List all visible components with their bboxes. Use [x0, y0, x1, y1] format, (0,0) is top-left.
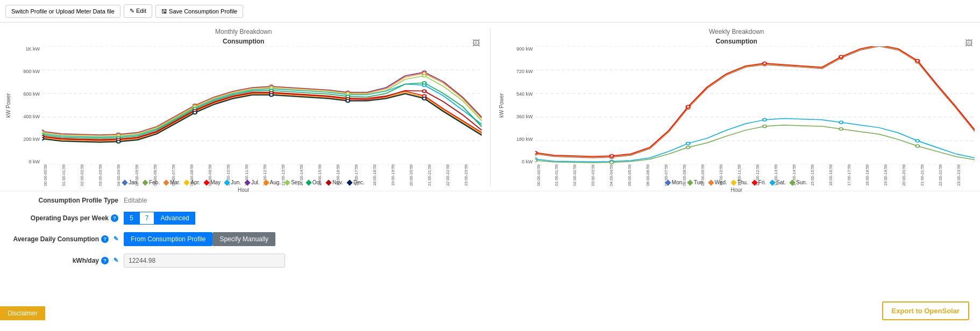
edit-button[interactable]: ✎ Edit [124, 4, 152, 18]
x-axis-hour-label: 02:00-02:59 [80, 164, 98, 186]
x-axis-hour-label: 02:00-02:59 [572, 164, 591, 186]
x-axis-hour-label: 01:00-01:59 [554, 164, 572, 186]
svg-point-65 [422, 82, 426, 84]
kwh-day-label: kWh/day ? ✎ [11, 257, 118, 264]
weekly-chart-section: Weekly Breakdown Consumption 🖼 kW Power … [499, 28, 975, 185]
x-axis-hour-label: 21:00-21:59 [427, 164, 445, 186]
toolbar: Switch Profile or Upload Meter Data file… [0, 0, 980, 23]
x-axis-hour-label: 22:00-22:59 [445, 164, 464, 186]
x-axis-hour-label: 04:00-04:59 [609, 164, 627, 186]
avg-daily-edit-icon[interactable]: ✎ [111, 235, 118, 243]
operating-days-5-button[interactable]: 5 [124, 212, 139, 225]
chart-divider [490, 28, 491, 185]
x-axis-hour-label: 20:00-20:59 [409, 164, 427, 186]
monthly-y-ticks: 1K kW 800 kW 600 kW 400 kW 200 kW 0 kW [16, 46, 42, 164]
main-content: Monthly Breakdown Consumption 🖼 kW Power… [0, 23, 980, 191]
x-axis-hour-label: 16:00-16:59 [828, 164, 847, 186]
svg-point-72 [42, 138, 44, 140]
svg-point-71 [422, 90, 426, 92]
svg-point-59 [422, 75, 426, 77]
weekly-chart-container: Consumption 🖼 kW Power 900 kW 720 kW 540… [499, 38, 975, 177]
kwh-edit-icon[interactable]: ✎ [111, 257, 118, 264]
x-axis-hour-label: 18:00-18:59 [865, 164, 883, 186]
avg-daily-label: Average Daily Consumption ? ✎ [11, 235, 118, 243]
x-axis-hour-label: 19:00-19:59 [883, 164, 901, 186]
svg-point-124 [839, 128, 843, 131]
svg-point-118 [839, 121, 843, 124]
svg-point-109 [609, 155, 613, 157]
svg-point-73 [117, 140, 120, 143]
save-consumption-button[interactable]: 🖫 Save Consumption Profile [155, 5, 243, 18]
svg-point-111 [762, 62, 766, 64]
kwh-input[interactable] [124, 254, 285, 268]
svg-point-121 [609, 161, 613, 164]
svg-point-120 [535, 159, 537, 162]
svg-point-112 [839, 55, 843, 58]
x-axis-hour-label: 23:00-23:59 [956, 164, 975, 186]
x-axis-hour-label: 00:00-00:59 [536, 164, 555, 186]
weekly-section-title: Weekly Breakdown [499, 28, 975, 35]
monthly-chart-container: Consumption 🖼 kW Power 1K kW 800 kW 600 … [5, 38, 482, 177]
monthly-y-axis-label: kW Power [5, 46, 16, 164]
x-axis-hour-label: 20:00-20:59 [901, 164, 920, 186]
x-axis-hour-label: 15:00-15:59 [810, 164, 828, 186]
weekly-y-ticks: 900 kW 720 kW 540 kW 360 kW 180 kW 0 kW [509, 46, 535, 164]
x-axis-hour-label: 17:00-17:59 [354, 164, 372, 186]
svg-point-113 [915, 59, 919, 62]
x-axis-hour-label: 03:00-03:59 [98, 164, 116, 186]
x-axis-hour-label: 21:00-21:59 [920, 164, 938, 186]
weekly-x-label: Hour [499, 187, 975, 193]
monthly-chart-area [42, 46, 482, 164]
svg-point-75 [269, 93, 273, 96]
x-axis-hour-label: 17:00-17:59 [847, 164, 865, 186]
svg-point-76 [346, 99, 350, 102]
x-axis-hour-label: 06:00-06:59 [645, 164, 664, 186]
kwh-help-icon[interactable]: ? [101, 257, 109, 264]
operating-days-label: Operating Days per Week ? [11, 214, 118, 222]
svg-point-108 [535, 152, 537, 154]
avg-daily-help-icon[interactable]: ? [101, 235, 109, 243]
from-consumption-profile-button[interactable]: From Consumption Profile [124, 232, 212, 246]
x-axis-hour-label: 19:00-19:59 [390, 164, 409, 186]
svg-point-125 [915, 145, 919, 147]
x-axis-hour-label: 05:00-05:59 [627, 164, 645, 186]
svg-point-74 [193, 111, 197, 114]
specify-manually-button[interactable]: Specify Manually [212, 232, 275, 246]
avg-daily-toggle: From Consumption Profile Specify Manuall… [124, 232, 275, 246]
monthly-x-label: Hour [5, 187, 482, 193]
svg-point-110 [686, 105, 690, 108]
svg-point-119 [915, 140, 919, 142]
x-axis-hour-label: 22:00-22:59 [938, 164, 956, 186]
monthly-chart-section: Monthly Breakdown Consumption 🖼 kW Power… [5, 28, 482, 185]
svg-point-123 [762, 125, 766, 128]
x-axis-hour-label: 18:00-18:59 [372, 164, 390, 186]
x-axis-hour-label: 09:00-09:59 [208, 164, 226, 186]
bottom-form: Consumption Profile Type Editable Operat… [0, 191, 980, 280]
operating-days-help-icon[interactable]: ? [111, 214, 118, 222]
operating-days-7-button[interactable]: 7 [139, 212, 155, 225]
svg-point-116 [686, 142, 690, 145]
monthly-section-title: Monthly Breakdown [5, 28, 482, 35]
operating-days-advanced-button[interactable]: Advanced [154, 212, 195, 225]
weekly-chart-area [535, 46, 975, 164]
switch-profile-button[interactable]: Switch Profile or Upload Meter Data file [5, 5, 120, 18]
profile-type-label: Consumption Profile Type [11, 197, 118, 204]
profile-type-value: Editable [124, 197, 147, 204]
svg-point-77 [422, 97, 426, 100]
x-axis-hour-label: 00:00-00:59 [43, 164, 61, 186]
weekly-y-axis-label: kW Power [499, 46, 509, 164]
svg-point-122 [686, 146, 690, 149]
x-axis-hour-label: 23:00-23:59 [464, 164, 482, 186]
operating-days-toggle: 5 7 Advanced [124, 212, 195, 225]
x-axis-hour-label: 03:00-03:59 [591, 164, 609, 186]
x-axis-hour-label: 01:00-01:59 [61, 164, 80, 186]
svg-point-117 [762, 118, 766, 121]
weekly-chart-title: Consumption [499, 38, 975, 45]
monthly-chart-title: Consumption [5, 38, 482, 45]
